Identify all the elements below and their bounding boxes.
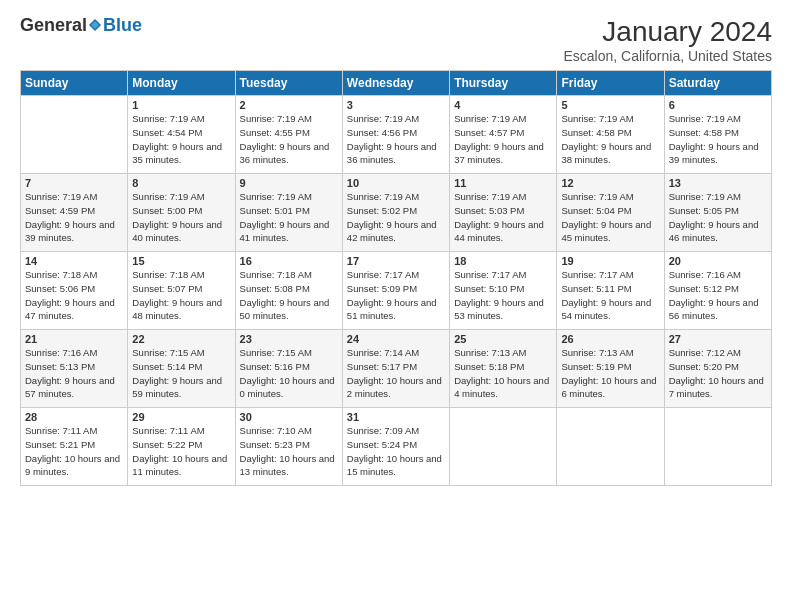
table-row: 12 Sunrise: 7:19 AM Sunset: 5:04 PM Dayl… xyxy=(557,174,664,252)
day-info: Sunrise: 7:19 AM Sunset: 4:59 PM Dayligh… xyxy=(25,190,123,245)
day-info: Sunrise: 7:15 AM Sunset: 5:14 PM Dayligh… xyxy=(132,346,230,401)
logo-blue-text: Blue xyxy=(103,16,142,34)
col-wednesday: Wednesday xyxy=(342,71,449,96)
day-number: 15 xyxy=(132,255,230,267)
sunset-text: Sunset: 5:08 PM xyxy=(240,283,310,294)
daylight-text: Daylight: 9 hours and 47 minutes. xyxy=(25,297,115,322)
sunset-text: Sunset: 4:58 PM xyxy=(561,127,631,138)
table-row: 14 Sunrise: 7:18 AM Sunset: 5:06 PM Dayl… xyxy=(21,252,128,330)
daylight-text: Daylight: 9 hours and 53 minutes. xyxy=(454,297,544,322)
page-container: General Blue January 2024 Escalon, Calif… xyxy=(0,0,792,496)
sunrise-text: Sunrise: 7:11 AM xyxy=(25,425,97,436)
sunrise-text: Sunrise: 7:16 AM xyxy=(25,347,97,358)
sunset-text: Sunset: 5:24 PM xyxy=(347,439,417,450)
col-thursday: Thursday xyxy=(450,71,557,96)
day-info: Sunrise: 7:19 AM Sunset: 5:03 PM Dayligh… xyxy=(454,190,552,245)
sunrise-text: Sunrise: 7:19 AM xyxy=(669,191,741,202)
daylight-text: Daylight: 9 hours and 45 minutes. xyxy=(561,219,651,244)
day-number: 13 xyxy=(669,177,767,189)
day-number: 17 xyxy=(347,255,445,267)
day-info: Sunrise: 7:19 AM Sunset: 4:57 PM Dayligh… xyxy=(454,112,552,167)
table-row: 3 Sunrise: 7:19 AM Sunset: 4:56 PM Dayli… xyxy=(342,96,449,174)
day-number: 1 xyxy=(132,99,230,111)
sunrise-text: Sunrise: 7:19 AM xyxy=(347,191,419,202)
sunset-text: Sunset: 5:19 PM xyxy=(561,361,631,372)
sunset-text: Sunset: 5:16 PM xyxy=(240,361,310,372)
day-number: 31 xyxy=(347,411,445,423)
day-number: 28 xyxy=(25,411,123,423)
day-info: Sunrise: 7:19 AM Sunset: 4:54 PM Dayligh… xyxy=(132,112,230,167)
day-number: 6 xyxy=(669,99,767,111)
sunrise-text: Sunrise: 7:19 AM xyxy=(132,113,204,124)
daylight-text: Daylight: 9 hours and 39 minutes. xyxy=(669,141,759,166)
daylight-text: Daylight: 10 hours and 9 minutes. xyxy=(25,453,120,478)
day-number: 18 xyxy=(454,255,552,267)
day-number: 4 xyxy=(454,99,552,111)
day-info: Sunrise: 7:14 AM Sunset: 5:17 PM Dayligh… xyxy=(347,346,445,401)
title-area: January 2024 Escalon, California, United… xyxy=(563,16,772,64)
day-number: 26 xyxy=(561,333,659,345)
sunrise-text: Sunrise: 7:19 AM xyxy=(454,191,526,202)
sunset-text: Sunset: 5:13 PM xyxy=(25,361,95,372)
day-info: Sunrise: 7:18 AM Sunset: 5:08 PM Dayligh… xyxy=(240,268,338,323)
table-row: 31 Sunrise: 7:09 AM Sunset: 5:24 PM Dayl… xyxy=(342,408,449,486)
daylight-text: Daylight: 9 hours and 51 minutes. xyxy=(347,297,437,322)
daylight-text: Daylight: 10 hours and 0 minutes. xyxy=(240,375,335,400)
day-info: Sunrise: 7:18 AM Sunset: 5:07 PM Dayligh… xyxy=(132,268,230,323)
daylight-text: Daylight: 9 hours and 50 minutes. xyxy=(240,297,330,322)
day-info: Sunrise: 7:19 AM Sunset: 4:58 PM Dayligh… xyxy=(561,112,659,167)
sunset-text: Sunset: 5:14 PM xyxy=(132,361,202,372)
table-row xyxy=(450,408,557,486)
daylight-text: Daylight: 9 hours and 57 minutes. xyxy=(25,375,115,400)
sunset-text: Sunset: 5:10 PM xyxy=(454,283,524,294)
sunrise-text: Sunrise: 7:18 AM xyxy=(240,269,312,280)
day-number: 11 xyxy=(454,177,552,189)
day-info: Sunrise: 7:11 AM Sunset: 5:21 PM Dayligh… xyxy=(25,424,123,479)
col-friday: Friday xyxy=(557,71,664,96)
daylight-text: Daylight: 10 hours and 7 minutes. xyxy=(669,375,764,400)
daylight-text: Daylight: 9 hours and 36 minutes. xyxy=(240,141,330,166)
logo: General Blue xyxy=(20,16,142,34)
sunrise-text: Sunrise: 7:19 AM xyxy=(561,191,633,202)
daylight-text: Daylight: 10 hours and 6 minutes. xyxy=(561,375,656,400)
day-info: Sunrise: 7:19 AM Sunset: 4:55 PM Dayligh… xyxy=(240,112,338,167)
table-row: 18 Sunrise: 7:17 AM Sunset: 5:10 PM Dayl… xyxy=(450,252,557,330)
sunset-text: Sunset: 5:20 PM xyxy=(669,361,739,372)
daylight-text: Daylight: 10 hours and 15 minutes. xyxy=(347,453,442,478)
table-row: 1 Sunrise: 7:19 AM Sunset: 4:54 PM Dayli… xyxy=(128,96,235,174)
header-row: General Blue January 2024 Escalon, Calif… xyxy=(20,16,772,64)
table-row: 6 Sunrise: 7:19 AM Sunset: 4:58 PM Dayli… xyxy=(664,96,771,174)
day-info: Sunrise: 7:18 AM Sunset: 5:06 PM Dayligh… xyxy=(25,268,123,323)
location-text: Escalon, California, United States xyxy=(563,48,772,64)
daylight-text: Daylight: 9 hours and 42 minutes. xyxy=(347,219,437,244)
table-row: 4 Sunrise: 7:19 AM Sunset: 4:57 PM Dayli… xyxy=(450,96,557,174)
sunrise-text: Sunrise: 7:19 AM xyxy=(669,113,741,124)
day-number: 19 xyxy=(561,255,659,267)
daylight-text: Daylight: 9 hours and 37 minutes. xyxy=(454,141,544,166)
day-number: 5 xyxy=(561,99,659,111)
col-saturday: Saturday xyxy=(664,71,771,96)
day-number: 25 xyxy=(454,333,552,345)
daylight-text: Daylight: 9 hours and 39 minutes. xyxy=(25,219,115,244)
daylight-text: Daylight: 9 hours and 59 minutes. xyxy=(132,375,222,400)
sunrise-text: Sunrise: 7:09 AM xyxy=(347,425,419,436)
table-row: 16 Sunrise: 7:18 AM Sunset: 5:08 PM Dayl… xyxy=(235,252,342,330)
table-row: 20 Sunrise: 7:16 AM Sunset: 5:12 PM Dayl… xyxy=(664,252,771,330)
day-info: Sunrise: 7:13 AM Sunset: 5:19 PM Dayligh… xyxy=(561,346,659,401)
sunset-text: Sunset: 4:57 PM xyxy=(454,127,524,138)
logo-icon xyxy=(88,18,102,32)
sunset-text: Sunset: 5:06 PM xyxy=(25,283,95,294)
daylight-text: Daylight: 9 hours and 54 minutes. xyxy=(561,297,651,322)
day-info: Sunrise: 7:19 AM Sunset: 5:02 PM Dayligh… xyxy=(347,190,445,245)
day-number: 7 xyxy=(25,177,123,189)
daylight-text: Daylight: 10 hours and 2 minutes. xyxy=(347,375,442,400)
table-row: 23 Sunrise: 7:15 AM Sunset: 5:16 PM Dayl… xyxy=(235,330,342,408)
sunrise-text: Sunrise: 7:17 AM xyxy=(561,269,633,280)
sunrise-text: Sunrise: 7:16 AM xyxy=(669,269,741,280)
sunrise-text: Sunrise: 7:10 AM xyxy=(240,425,312,436)
daylight-text: Daylight: 9 hours and 38 minutes. xyxy=(561,141,651,166)
table-row: 7 Sunrise: 7:19 AM Sunset: 4:59 PM Dayli… xyxy=(21,174,128,252)
sunset-text: Sunset: 4:54 PM xyxy=(132,127,202,138)
day-info: Sunrise: 7:17 AM Sunset: 5:09 PM Dayligh… xyxy=(347,268,445,323)
day-number: 3 xyxy=(347,99,445,111)
